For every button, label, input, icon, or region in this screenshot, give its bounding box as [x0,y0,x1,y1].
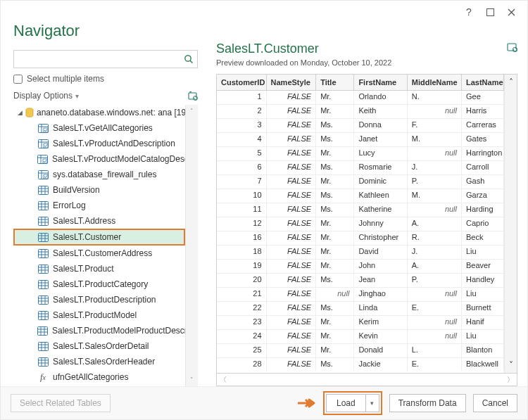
cell: R. [408,231,462,245]
cell: FALSE [267,358,317,371]
tree-item[interactable]: fxufnGetAllCategories [13,369,185,385]
cell: Jean [354,274,407,287]
cell: null [408,288,462,301]
table-row[interactable]: 25FALSEMr.DonaldL.Blanton [217,344,504,358]
cell: FALSE [267,316,317,329]
tree-item-label: SalesLT.SalesOrderDetail [53,341,149,351]
collapse-icon[interactable]: ◢ [18,109,23,116]
tree-item[interactable]: SalesLT.ProductModel [13,307,185,323]
tree-item[interactable]: SalesLT.CustomerAddress [13,246,185,261]
grid-scrollbar-h[interactable]: 〈 〉 [216,374,517,386]
load-dropdown-icon[interactable]: ▾ [366,400,379,407]
grid-scrollbar-v[interactable]: ˄ ˅ [504,75,517,373]
tree-item[interactable]: ErrorLog [13,198,185,213]
table-row[interactable]: 3FALSEMs.DonnaF.Carreras [217,119,504,133]
cell: 12 [217,217,267,231]
scroll-right-icon[interactable]: 〉 [507,375,514,385]
cell: Rosmarie [354,161,407,174]
svg-rect-8 [44,128,48,132]
database-node[interactable]: ◢ ananeto.database.windows.net: ana [19] [13,105,185,120]
object-tree[interactable]: ◢ ananeto.database.windows.net: ana [19]… [13,105,185,386]
refresh-tree-icon[interactable] [188,91,198,101]
table-row[interactable]: 12FALSEMr.JohnnyA.Caprio [217,217,504,231]
tree-item[interactable]: SalesLT.SalesOrderDetail [13,338,185,354]
transform-data-button[interactable]: Transform Data [389,394,466,412]
load-button[interactable]: Load ▾ [326,394,379,412]
tree-item[interactable]: SalesLT.Product [13,261,185,276]
table-row[interactable]: 4FALSEMs.JanetM.Gates [217,133,504,147]
tree-scrollbar[interactable]: ˄ ˅ [185,105,198,386]
svg-rect-56 [38,295,48,304]
column-header[interactable]: CustomerID [217,75,267,90]
search-box[interactable] [13,50,198,68]
table-row[interactable]: 21FALSEnullJinghaonullLiu [217,288,504,302]
table-row[interactable]: 16FALSEMr.ChristopherR.Beck [217,231,504,246]
tree-item[interactable]: SalesLT.ProductDescription [13,292,185,307]
table-row[interactable]: 2FALSEMr.KeithnullHarris [217,105,504,119]
tree-item[interactable]: SalesLT.ProductModelProductDescription [13,323,185,338]
table-icon [37,185,49,195]
select-related-tables-button[interactable]: Select Related Tables [11,394,111,412]
transform-label: Transform Data [398,398,457,408]
tree-item[interactable]: SalesLT.ProductCategory [13,276,185,292]
tree-item[interactable]: SalesLT.Customer [13,229,185,246]
column-header[interactable]: NameStyle [267,75,317,90]
search-input[interactable] [14,51,180,67]
select-multiple-checkbox[interactable]: Select multiple items [13,74,198,84]
svg-rect-61 [38,311,48,319]
scroll-up-icon[interactable]: ˄ [190,108,194,115]
table-row[interactable]: 23FALSEMr.KerimnullHanif [217,316,504,330]
restore-button[interactable] [479,4,501,20]
table-row[interactable]: 5FALSEMr.LucynullHarrington [217,147,504,161]
cell: null [408,147,462,160]
cell: Beck [462,231,504,245]
column-header[interactable]: FirstName [354,75,407,90]
tree-item[interactable]: BuildVersion [13,182,185,198]
table-row[interactable]: 1FALSEMr.OrlandoN.Gee [217,91,504,105]
table-row[interactable]: 11FALSEMs.KatherinenullHarding [217,203,504,217]
scroll-left-icon[interactable]: 〈 [220,375,227,385]
table-row[interactable]: 10FALSEMs.KathleenM.Garza [217,189,504,203]
table-row[interactable]: 24FALSEMr.KevinnullLiu [217,330,504,344]
table-row[interactable]: 6FALSEMs.RosmarieJ.Carroll [217,161,504,175]
display-options[interactable]: Display Options ▾ [13,91,198,101]
scroll-down-icon[interactable]: ˅ [509,360,513,370]
tree-item-label: SalesLT.Product [53,264,114,274]
cell: Orlando [354,91,407,104]
table-row[interactable]: 18FALSEMr.DavidJ.Liu [217,246,504,260]
cancel-button[interactable]: Cancel [473,394,517,412]
tree-item[interactable]: SalesLT.vProductAndDescription [13,136,185,151]
column-header[interactable]: LastName [462,75,504,90]
table-icon [37,357,49,367]
table-row[interactable]: 22FALSEMs.LindaE.Burnett [217,302,504,316]
table-icon [37,310,49,320]
help-button[interactable]: ? [458,4,479,20]
scroll-down-icon[interactable]: ˅ [190,376,194,383]
refresh-preview-icon[interactable] [507,42,517,52]
table-row[interactable]: 19FALSEMr.JohnA.Beaver [217,260,504,274]
search-icon[interactable] [180,54,197,64]
tree-item[interactable]: SalesLT.SalesOrderHeader [13,354,185,369]
tree-item[interactable]: sys.database_firewall_rules [13,167,185,182]
table-icon [37,295,49,305]
close-icon [508,8,515,16]
column-header[interactable]: MiddleName [408,75,462,90]
tree-item[interactable]: SalesLT.vProductModelCatalogDescription [13,151,185,167]
scroll-up-icon[interactable]: ˄ [509,77,513,87]
database-icon [25,108,34,117]
svg-rect-46 [38,265,48,273]
select-multiple-input[interactable] [13,75,23,84]
table-row[interactable]: 28FALSEMs.JackieE.Blackwell [217,358,504,371]
table-row[interactable]: 20FALSEMs.JeanP.Handley [217,274,504,288]
svg-rect-51 [38,280,48,288]
tree-item[interactable]: SalesLT.vGetAllCategories [13,120,185,136]
cell: A. [408,217,462,231]
preview-table[interactable]: CustomerIDNameStyleTitleFirstNameMiddleN… [217,75,504,373]
tree-item[interactable]: SalesLT.Address [13,213,185,229]
cell: 28 [217,358,267,371]
column-header[interactable]: Title [316,75,354,90]
cell: Mr. [316,175,354,189]
cell: Burnett [462,302,504,315]
close-button[interactable] [501,4,522,20]
table-row[interactable]: 7FALSEMr.DominicP.Gash [217,175,504,189]
